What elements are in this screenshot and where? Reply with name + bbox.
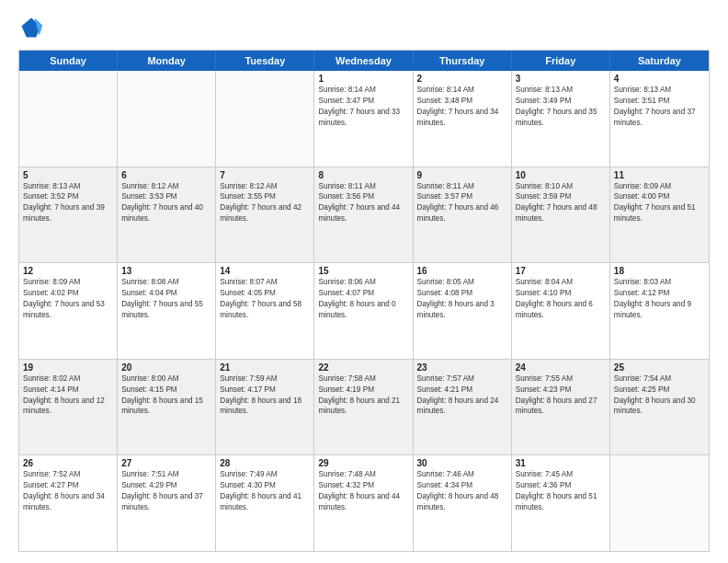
day-cell-31: 31Sunrise: 7:45 AMSunset: 4:36 PMDayligh… <box>512 455 610 551</box>
day-cell-16: 16Sunrise: 8:05 AMSunset: 4:08 PMDayligh… <box>414 263 512 359</box>
calendar-row-2: 12Sunrise: 8:09 AMSunset: 4:02 PMDayligh… <box>19 263 709 360</box>
day-header-monday: Monday <box>118 51 216 71</box>
calendar-row-1: 5Sunrise: 8:13 AMSunset: 3:52 PMDaylight… <box>19 167 709 264</box>
day-info: Sunrise: 8:10 AMSunset: 3:59 PMDaylight:… <box>516 181 606 225</box>
day-info: Sunrise: 7:54 AMSunset: 4:25 PMDaylight:… <box>614 373 705 418</box>
day-info: Sunrise: 7:58 AMSunset: 4:19 PMDaylight:… <box>318 373 408 418</box>
day-info: Sunrise: 7:48 AMSunset: 4:32 PMDaylight:… <box>318 469 408 513</box>
day-number: 16 <box>417 266 507 276</box>
day-number: 1 <box>318 74 408 84</box>
day-cell-23: 23Sunrise: 7:57 AMSunset: 4:21 PMDayligh… <box>414 360 512 455</box>
day-info: Sunrise: 8:00 AMSunset: 4:15 PMDaylight:… <box>121 373 211 418</box>
empty-cell <box>610 455 709 551</box>
day-cell-12: 12Sunrise: 8:09 AMSunset: 4:02 PMDayligh… <box>19 263 118 359</box>
day-info: Sunrise: 8:13 AMSunset: 3:49 PMDaylight:… <box>516 85 606 129</box>
day-info: Sunrise: 7:46 AMSunset: 4:34 PMDaylight:… <box>417 469 507 513</box>
day-cell-8: 8Sunrise: 8:11 AMSunset: 3:56 PMDaylight… <box>314 167 413 263</box>
day-number: 14 <box>220 266 310 276</box>
day-number: 11 <box>614 170 705 180</box>
day-info: Sunrise: 7:52 AMSunset: 4:27 PMDaylight:… <box>23 469 113 513</box>
day-cell-27: 27Sunrise: 7:51 AMSunset: 4:29 PMDayligh… <box>118 455 216 551</box>
day-cell-18: 18Sunrise: 8:03 AMSunset: 4:12 PMDayligh… <box>610 263 709 359</box>
logo-icon <box>18 15 44 40</box>
day-header-friday: Friday <box>512 51 610 71</box>
day-number: 12 <box>23 266 113 276</box>
day-info: Sunrise: 7:51 AMSunset: 4:29 PMDaylight:… <box>121 469 211 513</box>
day-header-tuesday: Tuesday <box>216 51 314 71</box>
day-info: Sunrise: 8:06 AMSunset: 4:07 PMDaylight:… <box>318 277 408 321</box>
day-number: 24 <box>516 362 606 373</box>
day-cell-26: 26Sunrise: 7:52 AMSunset: 4:27 PMDayligh… <box>19 455 118 551</box>
day-number: 6 <box>121 170 211 180</box>
empty-cell <box>19 71 118 167</box>
day-info: Sunrise: 8:08 AMSunset: 4:04 PMDaylight:… <box>121 277 211 321</box>
day-info: Sunrise: 8:09 AMSunset: 4:00 PMDaylight:… <box>614 181 705 225</box>
day-number: 19 <box>23 362 113 373</box>
calendar-row-4: 26Sunrise: 7:52 AMSunset: 4:27 PMDayligh… <box>19 455 709 551</box>
logo <box>18 15 48 40</box>
day-number: 21 <box>220 362 310 373</box>
day-number: 3 <box>516 74 606 84</box>
day-header-thursday: Thursday <box>414 51 512 71</box>
day-info: Sunrise: 7:45 AMSunset: 4:36 PMDaylight:… <box>516 469 606 513</box>
day-info: Sunrise: 8:02 AMSunset: 4:14 PMDaylight:… <box>23 373 113 418</box>
day-cell-4: 4Sunrise: 8:13 AMSunset: 3:51 PMDaylight… <box>610 71 709 167</box>
calendar: SundayMondayTuesdayWednesdayThursdayFrid… <box>18 50 710 552</box>
day-header-wednesday: Wednesday <box>314 51 413 71</box>
day-number: 10 <box>516 170 606 180</box>
day-info: Sunrise: 7:59 AMSunset: 4:17 PMDaylight:… <box>220 373 310 418</box>
day-info: Sunrise: 7:55 AMSunset: 4:23 PMDaylight:… <box>516 373 606 418</box>
day-cell-15: 15Sunrise: 8:06 AMSunset: 4:07 PMDayligh… <box>314 263 413 359</box>
day-cell-30: 30Sunrise: 7:46 AMSunset: 4:34 PMDayligh… <box>414 455 512 551</box>
day-cell-7: 7Sunrise: 8:12 AMSunset: 3:55 PMDaylight… <box>216 167 314 263</box>
day-number: 17 <box>516 266 606 276</box>
day-cell-6: 6Sunrise: 8:12 AMSunset: 3:53 PMDaylight… <box>118 167 216 263</box>
day-info: Sunrise: 8:14 AMSunset: 3:47 PMDaylight:… <box>318 85 408 129</box>
day-cell-24: 24Sunrise: 7:55 AMSunset: 4:23 PMDayligh… <box>512 360 610 455</box>
day-header-sunday: Sunday <box>19 51 118 71</box>
day-cell-17: 17Sunrise: 8:04 AMSunset: 4:10 PMDayligh… <box>512 263 610 359</box>
day-cell-14: 14Sunrise: 8:07 AMSunset: 4:05 PMDayligh… <box>216 263 314 359</box>
day-cell-10: 10Sunrise: 8:10 AMSunset: 3:59 PMDayligh… <box>512 167 610 263</box>
day-cell-21: 21Sunrise: 7:59 AMSunset: 4:17 PMDayligh… <box>216 360 314 455</box>
day-info: Sunrise: 7:57 AMSunset: 4:21 PMDaylight:… <box>417 373 507 418</box>
header <box>18 15 710 40</box>
empty-cell <box>216 71 314 167</box>
day-number: 2 <box>417 74 507 84</box>
day-number: 7 <box>220 170 310 180</box>
page: SundayMondayTuesdayWednesdayThursdayFrid… <box>0 0 728 563</box>
day-number: 4 <box>614 74 705 84</box>
day-number: 26 <box>23 458 113 468</box>
day-number: 27 <box>121 458 211 468</box>
day-info: Sunrise: 8:12 AMSunset: 3:55 PMDaylight:… <box>220 181 310 225</box>
day-cell-5: 5Sunrise: 8:13 AMSunset: 3:52 PMDaylight… <box>19 167 118 263</box>
calendar-row-0: 1Sunrise: 8:14 AMSunset: 3:47 PMDaylight… <box>19 71 709 167</box>
day-number: 22 <box>318 362 408 373</box>
day-number: 20 <box>121 362 211 373</box>
day-number: 15 <box>318 266 408 276</box>
day-number: 13 <box>121 266 211 276</box>
day-info: Sunrise: 8:14 AMSunset: 3:48 PMDaylight:… <box>417 85 507 129</box>
day-info: Sunrise: 8:11 AMSunset: 3:56 PMDaylight:… <box>318 181 408 225</box>
day-info: Sunrise: 8:04 AMSunset: 4:10 PMDaylight:… <box>516 277 606 321</box>
day-header-saturday: Saturday <box>610 51 709 71</box>
day-number: 31 <box>516 458 606 468</box>
empty-cell <box>118 71 216 167</box>
day-number: 23 <box>417 362 507 373</box>
day-info: Sunrise: 8:09 AMSunset: 4:02 PMDaylight:… <box>23 277 113 321</box>
day-cell-2: 2Sunrise: 8:14 AMSunset: 3:48 PMDaylight… <box>414 71 512 167</box>
day-cell-11: 11Sunrise: 8:09 AMSunset: 4:00 PMDayligh… <box>610 167 709 263</box>
day-cell-19: 19Sunrise: 8:02 AMSunset: 4:14 PMDayligh… <box>19 360 118 455</box>
day-cell-1: 1Sunrise: 8:14 AMSunset: 3:47 PMDaylight… <box>314 71 413 167</box>
day-number: 29 <box>318 458 408 468</box>
day-cell-22: 22Sunrise: 7:58 AMSunset: 4:19 PMDayligh… <box>314 360 413 455</box>
day-cell-29: 29Sunrise: 7:48 AMSunset: 4:32 PMDayligh… <box>314 455 413 551</box>
day-number: 25 <box>614 362 705 373</box>
calendar-row-3: 19Sunrise: 8:02 AMSunset: 4:14 PMDayligh… <box>19 360 709 456</box>
day-cell-25: 25Sunrise: 7:54 AMSunset: 4:25 PMDayligh… <box>610 360 709 455</box>
day-number: 8 <box>318 170 408 180</box>
day-info: Sunrise: 8:13 AMSunset: 3:52 PMDaylight:… <box>23 181 113 225</box>
day-info: Sunrise: 7:49 AMSunset: 4:30 PMDaylight:… <box>220 469 310 513</box>
day-info: Sunrise: 8:05 AMSunset: 4:08 PMDaylight:… <box>417 277 507 321</box>
day-number: 30 <box>417 458 507 468</box>
